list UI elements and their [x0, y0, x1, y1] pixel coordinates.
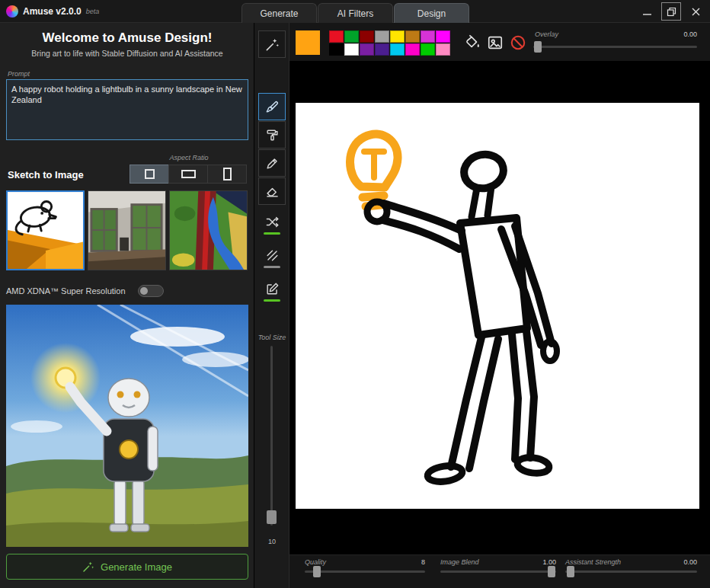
- titlebar: Amuse v2.0.0 beta Generate AI Filters De…: [0, 0, 710, 23]
- marker-pen-icon: [265, 156, 280, 171]
- prompt-label: Prompt: [8, 70, 30, 78]
- tool-size-label: Tool Size: [254, 334, 289, 341]
- image-blend-slider-handle[interactable]: [548, 566, 555, 577]
- restore-icon: [667, 7, 676, 17]
- overlay-label: Overlay: [535, 30, 558, 38]
- palette-color-swatch[interactable]: [360, 30, 374, 43]
- palette-color-swatch[interactable]: [436, 43, 450, 56]
- shuffle-tool-button[interactable]: [258, 215, 286, 245]
- image-blend-slider[interactable]: [440, 570, 556, 573]
- window-controls: [637, 2, 705, 21]
- prompt-input[interactable]: A happy robot holding a lightbulb in a s…: [6, 79, 248, 140]
- generate-image-button[interactable]: Generate Image: [6, 554, 248, 580]
- quality-slider[interactable]: [305, 570, 425, 573]
- super-resolution-toggle[interactable]: [138, 285, 164, 297]
- overlay-slider[interactable]: [533, 46, 697, 48]
- brush-tool-button[interactable]: [258, 93, 286, 120]
- aspect-portrait-button[interactable]: [207, 165, 247, 184]
- tab-generate[interactable]: Generate: [241, 3, 317, 23]
- quality-value: 8: [421, 558, 425, 566]
- hatching-icon: [265, 248, 280, 263]
- edit-tool-button[interactable]: [258, 282, 286, 312]
- maximize-button[interactable]: [661, 2, 681, 21]
- palette-color-swatch[interactable]: [421, 43, 435, 56]
- edit-active-indicator: [264, 299, 280, 302]
- quality-label: Quality: [305, 558, 326, 566]
- sketch-template-mouse[interactable]: [6, 190, 85, 270]
- shuffle-icon: [265, 215, 280, 229]
- fill-bucket-button[interactable]: [463, 34, 481, 52]
- ai-assist-tool-button[interactable]: [258, 30, 286, 58]
- paint-roller-tool-button[interactable]: [258, 121, 286, 149]
- mode-tabs: Generate AI Filters Design: [241, 3, 469, 23]
- palette-color-swatch[interactable]: [390, 43, 405, 56]
- generated-image-preview: [6, 305, 248, 547]
- tab-design[interactable]: Design: [394, 3, 469, 23]
- edit-compose-icon: [265, 282, 280, 296]
- palette-color-swatch[interactable]: [390, 30, 405, 43]
- eraser-icon: [265, 184, 280, 199]
- overlay-value: 0.00: [683, 30, 697, 38]
- assistant-strength-slider[interactable]: [565, 570, 697, 573]
- aspect-landscape-button[interactable]: [168, 165, 208, 184]
- marker-tool-button[interactable]: [258, 149, 286, 177]
- current-color-swatch[interactable]: [296, 30, 320, 55]
- magic-wand-icon: [265, 37, 280, 52]
- toggle-knob: [140, 287, 148, 295]
- palette-color-swatch[interactable]: [421, 30, 435, 43]
- palette-color-swatch[interactable]: [436, 30, 450, 43]
- quality-control: Quality 8: [305, 555, 425, 588]
- aspect-square-button[interactable]: [130, 165, 169, 184]
- welcome-subtitle: Bring art to life with Stable Diffusion …: [0, 49, 254, 58]
- palette-color-swatch[interactable]: [344, 30, 359, 43]
- overlay-control: Overlay 0.00: [533, 23, 697, 61]
- insert-image-button[interactable]: [486, 34, 504, 52]
- hatching-tool-button[interactable]: [258, 248, 286, 279]
- minimize-button[interactable]: [637, 2, 657, 21]
- fill-bucket-icon: [464, 34, 481, 51]
- sketch-template-interior[interactable]: [88, 190, 166, 270]
- eraser-tool-button[interactable]: [258, 177, 286, 205]
- shuffle-active-indicator: [264, 232, 280, 235]
- minimize-icon: [642, 7, 652, 17]
- palette-color-swatch[interactable]: [329, 30, 344, 43]
- block-icon: [510, 34, 526, 51]
- assistant-strength-slider-handle[interactable]: [567, 566, 574, 577]
- sketch-to-image-label: Sketch to Image: [8, 169, 84, 181]
- beta-tag: beta: [86, 8, 100, 15]
- palette-color-swatch[interactable]: [405, 30, 420, 43]
- welcome-title: Welcome to Amuse Design!: [0, 30, 254, 46]
- palette-color-swatch[interactable]: [375, 30, 389, 43]
- amuse-logo-icon: [6, 5, 18, 18]
- design-side-panel: Welcome to Amuse Design! Bring art to li…: [0, 23, 254, 588]
- square-ratio-icon: [145, 169, 155, 179]
- image-blend-label: Image Blend: [440, 558, 479, 566]
- quality-slider-handle[interactable]: [313, 566, 321, 577]
- generate-button-label: Generate Image: [101, 561, 172, 573]
- sketch-template-landscape-map[interactable]: [169, 190, 248, 270]
- palette-color-swatch[interactable]: [405, 43, 420, 56]
- stick-figure-sketch: [296, 103, 699, 509]
- portrait-ratio-icon: [223, 168, 232, 181]
- palette-row-1: [329, 30, 450, 43]
- aspect-ratio-buttons: [130, 165, 247, 184]
- drawing-canvas[interactable]: [296, 103, 699, 509]
- clear-block-button[interactable]: [509, 34, 527, 52]
- palette-color-swatch[interactable]: [329, 43, 344, 56]
- tab-ai-filters[interactable]: AI Filters: [318, 3, 393, 23]
- tool-size-slider[interactable]: [270, 346, 273, 526]
- palette-color-swatch[interactable]: [375, 43, 389, 56]
- palette-color-swatch[interactable]: [344, 43, 359, 56]
- amuse-window: Amuse v2.0.0 beta Generate AI Filters De…: [0, 0, 710, 588]
- image-icon: [487, 34, 504, 51]
- tool-size-slider-handle[interactable]: [267, 510, 277, 524]
- landscape-ratio-icon: [181, 170, 196, 178]
- close-button[interactable]: [686, 2, 705, 21]
- mouse-sketch-image: [8, 192, 83, 269]
- landscape-map-image: [170, 191, 247, 270]
- palette-row-2: [329, 43, 450, 56]
- image-blend-value: 1.00: [542, 558, 556, 566]
- overlay-slider-handle[interactable]: [534, 41, 542, 53]
- palette-color-swatch[interactable]: [360, 43, 374, 56]
- hatching-inactive-indicator: [264, 266, 280, 268]
